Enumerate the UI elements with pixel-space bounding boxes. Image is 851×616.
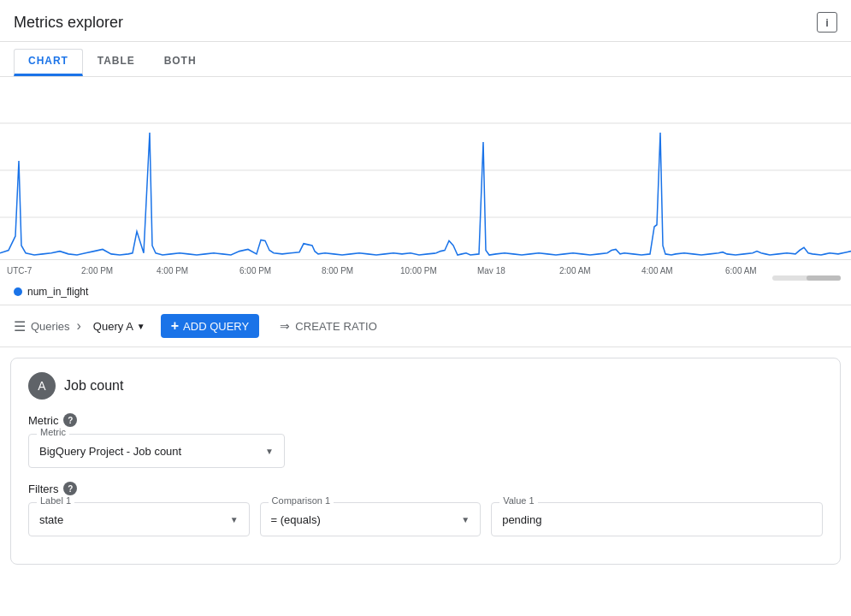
view-tabs: CHART TABLE BOTH — [0, 42, 851, 77]
comparison1-float-label: Comparison 1 — [269, 495, 334, 506]
label1-select-control[interactable]: state ▼ — [28, 502, 250, 536]
comparison1-chevron-icon: ▼ — [461, 515, 470, 524]
value1-select-control[interactable]: pending — [491, 502, 823, 536]
svg-text:2:00 AM: 2:00 AM — [559, 265, 591, 274]
label1-chevron-icon: ▼ — [230, 515, 239, 524]
chart-svg: UTC-7 2:00 PM 4:00 PM 6:00 PM 8:00 PM 10… — [0, 86, 851, 274]
metric-select-control[interactable]: BigQuery Project - Job count ▼ — [28, 434, 285, 468]
tab-chart[interactable]: CHART — [14, 49, 83, 76]
query-bar: ☰ Queries › Query A ▼ + ADD QUERY ⇒ CREA… — [0, 305, 851, 347]
query-selector-chevron: ▼ — [137, 322, 145, 331]
metric-section-label: Metric ? — [28, 413, 823, 427]
chart-legend: num_in_flight — [0, 282, 851, 305]
add-query-button[interactable]: + ADD QUERY — [161, 314, 259, 338]
value1-field: Value 1 pending — [491, 502, 823, 536]
svg-text:May 18: May 18 — [477, 265, 505, 274]
filters-section-label: Filters ? — [28, 482, 823, 495]
query-selector-label: Query A — [93, 320, 133, 333]
queries-breadcrumb[interactable]: Queries — [31, 320, 70, 333]
metric-select-field: Metric BigQuery Project - Job count ▼ — [28, 434, 285, 468]
metric-field-group: Metric ? Metric BigQuery Project - Job c… — [28, 413, 823, 468]
query-selector[interactable]: Query A ▼ — [88, 318, 151, 335]
info-icon: i — [825, 16, 829, 29]
page-title: Metrics explorer — [14, 14, 123, 32]
query-section: A Job count Metric ? Metric BigQuery Pro… — [10, 358, 841, 565]
legend-dot — [14, 287, 22, 296]
label1-field: Label 1 state ▼ — [28, 502, 250, 536]
svg-text:6:00 PM: 6:00 PM — [239, 265, 271, 274]
ratio-icon: ⇒ — [280, 319, 290, 333]
metric-help-icon[interactable]: ? — [63, 413, 77, 427]
label1-float-label: Label 1 — [37, 495, 74, 506]
breadcrumb-separator: › — [77, 318, 81, 334]
queries-list-icon: ☰ — [14, 318, 26, 335]
value1-float-label: Value 1 — [499, 495, 538, 506]
tab-table[interactable]: TABLE — [83, 49, 150, 76]
svg-text:10:00 PM: 10:00 PM — [400, 265, 437, 274]
label1-value: state — [39, 513, 63, 526]
query-avatar: A — [28, 372, 56, 400]
create-ratio-button[interactable]: ⇒ CREATE RATIO — [269, 315, 387, 337]
metric-field-float-label: Metric — [37, 427, 69, 437]
title-bar: Metrics explorer i — [0, 0, 851, 42]
comparison1-value: = (equals) — [271, 513, 321, 526]
metric-chevron-icon: ▼ — [265, 447, 274, 456]
svg-text:4:00 PM: 4:00 PM — [157, 265, 188, 274]
plus-icon: + — [171, 318, 179, 334]
value1-value: pending — [502, 513, 541, 526]
svg-text:2:00 PM: 2:00 PM — [81, 265, 113, 274]
chart-area: UTC-7 2:00 PM 4:00 PM 6:00 PM 8:00 PM 10… — [0, 77, 851, 274]
legend-label: num_in_flight — [27, 286, 88, 298]
comparison1-field: Comparison 1 = (equals) ▼ — [260, 502, 482, 536]
tab-both[interactable]: BOTH — [150, 49, 211, 76]
comparison1-select-control[interactable]: = (equals) ▼ — [260, 502, 482, 536]
filters-help-icon[interactable]: ? — [63, 482, 77, 495]
info-icon-button[interactable]: i — [817, 12, 837, 33]
query-header: A Job count — [28, 372, 823, 400]
filters-field-group: Filters ? Label 1 state ▼ Comparison 1 — [28, 482, 823, 536]
svg-text:4:00 AM: 4:00 AM — [641, 265, 673, 274]
query-section-title: Job count — [64, 378, 123, 394]
svg-text:6:00 AM: 6:00 AM — [725, 265, 757, 274]
filters-row: Label 1 state ▼ Comparison 1 = (equals) … — [28, 502, 823, 536]
metric-select-value: BigQuery Project - Job count — [39, 445, 181, 458]
svg-text:8:00 PM: 8:00 PM — [322, 265, 353, 274]
svg-text:UTC-7: UTC-7 — [7, 265, 33, 274]
